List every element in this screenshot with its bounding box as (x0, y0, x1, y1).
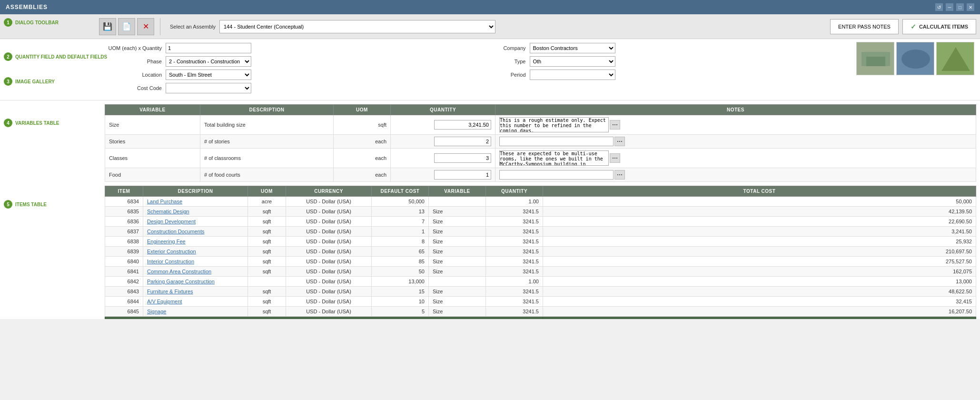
var-row-0-more-btn[interactable]: ⋯ (610, 120, 620, 130)
item-6837-link[interactable]: Construction Documents (147, 229, 204, 234)
gallery-image-3[interactable] (936, 42, 974, 75)
item-6837-uom: sqft (248, 227, 286, 237)
item-6838-currency: USD - Dollar (USA) (286, 237, 372, 247)
item-6845-qty: 3241.5 (486, 307, 543, 317)
items-header-quantity: QUANTITY (486, 186, 543, 197)
var-row-2-notes-input[interactable]: These are expected to be multi-use rooms… (499, 150, 609, 166)
item-6836-total: 22,690.50 (543, 217, 976, 227)
image-gallery (856, 42, 974, 75)
cost-code-select[interactable] (166, 83, 251, 93)
var-row-2-qty-input[interactable] (434, 153, 491, 163)
item-6842-id: 6842 (105, 277, 143, 287)
item-6840-desc: Interior Construction (143, 257, 248, 267)
item-6843-uom: sqft (248, 287, 286, 297)
item-6841-desc: Common Area Construction (143, 267, 248, 277)
item-6844-link[interactable]: A/V Equipment (147, 299, 182, 304)
var-row-2-more-btn[interactable]: ⋯ (610, 153, 620, 163)
item-6840-variable: Size (429, 257, 486, 267)
refresh-btn[interactable]: ↺ (935, 3, 943, 11)
var-row-1-more-btn[interactable]: ⋯ (614, 137, 625, 146)
calculate-items-button[interactable]: ✓ CALCULATE ITEMS (902, 19, 976, 34)
close-btn[interactable]: ✕ (967, 3, 974, 11)
item-6836-link[interactable]: Design Development (147, 219, 196, 224)
uom-qty-input[interactable] (166, 43, 251, 53)
item-6845-uom: sqft (248, 307, 286, 317)
maximize-btn[interactable]: □ (956, 3, 964, 11)
item-6838-link[interactable]: Engineering Fee (147, 239, 186, 244)
items-header-item: ITEM (105, 186, 143, 197)
item-6843-currency: USD - Dollar (USA) (286, 287, 372, 297)
item-6835-link[interactable]: Schematic Design (147, 209, 189, 214)
item-6836-uom: sqft (248, 217, 286, 227)
period-select[interactable] (530, 70, 615, 80)
var-row-1-variable: Stories (105, 135, 200, 149)
table-row: 6843 Furniture & Fixtures sqft USD - Dol… (105, 287, 976, 297)
table-row: 6838 Engineering Fee sqft USD - Dollar (… (105, 237, 976, 247)
phase-select[interactable]: 2 - Construction - Construction (166, 56, 251, 67)
delete-button[interactable]: ✕ (137, 18, 154, 35)
company-label: Company (488, 45, 526, 51)
gallery-image-1[interactable] (856, 42, 894, 75)
item-6838-qty: 3241.5 (486, 237, 543, 247)
var-row-0-notes-container: This is a rough estimate only. Expect th… (499, 117, 972, 132)
item-6842-variable (429, 277, 486, 287)
type-select[interactable]: Oth (530, 56, 615, 67)
company-row: Company Boston Contractors (488, 43, 833, 53)
var-row-1-uom: each (334, 135, 391, 149)
var-row-0-uom: sqft (334, 115, 391, 135)
var-row-3-qty-cell (391, 168, 495, 182)
minimize-btn[interactable]: ─ (946, 3, 953, 11)
item-6837-cost: 1 (372, 227, 429, 237)
copy-button[interactable]: 📄 (118, 18, 135, 35)
item-6834-link[interactable]: Land Purchase (147, 199, 182, 204)
gallery-image-2[interactable] (896, 42, 934, 75)
cost-code-row: Cost Code (105, 83, 450, 93)
company-select[interactable]: Boston Contractors (530, 43, 615, 53)
annotation-label-3: IMAGE GALLERY (15, 79, 55, 84)
items-header-default-cost: DEFAULT COST (372, 186, 429, 197)
gallery-img-svg-2 (897, 42, 934, 75)
item-6834-currency: USD - Dollar (USA) (286, 197, 372, 207)
var-row-3-more-btn[interactable]: ⋯ (614, 170, 625, 180)
annotation-5: 5 ITEMS TABLE (4, 200, 47, 209)
item-6839-desc: Exterior Construction (143, 247, 248, 257)
annotation-1: 1 DIALOG TOOLBAR (4, 18, 59, 27)
save-button[interactable]: 💾 (99, 18, 116, 35)
title-bar: ASSEMBLIES ↺ ─ □ ✕ (0, 0, 980, 14)
var-row-0-qty-input[interactable] (434, 120, 491, 130)
assembly-dropdown[interactable]: 144 - Student Center (Conceptual) (219, 20, 495, 33)
pass-notes-button[interactable]: ENTER PASS NOTES (830, 19, 899, 34)
table-row: Food # of food courts each ⋯ (105, 168, 976, 182)
var-row-1-notes-cell: ⋯ (495, 135, 976, 149)
item-6842-link[interactable]: Parking Garage Construction (147, 279, 215, 284)
var-header-quantity: QUANTITY (391, 105, 495, 115)
item-6843-link[interactable]: Furniture & Fixtures (147, 289, 193, 294)
var-row-3-notes-input[interactable] (499, 170, 614, 180)
item-6835-variable: Size (429, 207, 486, 217)
item-6840-link[interactable]: Interior Construction (147, 259, 194, 264)
item-6845-cost: 5 (372, 307, 429, 317)
var-row-3-notes-container: ⋯ (499, 170, 972, 180)
table-row: 6840 Interior Construction sqft USD - Do… (105, 257, 976, 267)
var-row-1-notes-input[interactable] (499, 137, 614, 146)
table-row: 6842 Parking Garage Construction USD - D… (105, 277, 976, 287)
fields-section: UOM (each) x Quantity Phase 2 - Construc… (0, 39, 980, 100)
var-row-3-qty-input[interactable] (434, 170, 491, 180)
var-row-0-notes-input[interactable]: This is a rough estimate only. Expect th… (499, 117, 609, 132)
item-6841-link[interactable]: Common Area Construction (147, 269, 211, 274)
item-6845-currency: USD - Dollar (USA) (286, 307, 372, 317)
item-6838-variable: Size (429, 237, 486, 247)
var-row-0-desc: Total building size (200, 115, 334, 135)
item-6839-link[interactable]: Exterior Construction (147, 249, 196, 254)
var-row-0-variable: Size (105, 115, 200, 135)
var-row-1-qty-input[interactable] (434, 137, 491, 146)
location-select[interactable]: South - Elm Street (166, 70, 251, 80)
item-6845-link[interactable]: Signage (147, 309, 166, 314)
svg-rect-2 (866, 57, 885, 66)
item-6836-id: 6836 (105, 217, 143, 227)
annotation-circle-3: 3 (4, 77, 12, 86)
item-6844-qty: 3241.5 (486, 297, 543, 307)
item-6845-desc: Signage (143, 307, 248, 317)
item-6836-cost: 7 (372, 217, 429, 227)
table-row: 6835 Schematic Design sqft USD - Dollar … (105, 207, 976, 217)
